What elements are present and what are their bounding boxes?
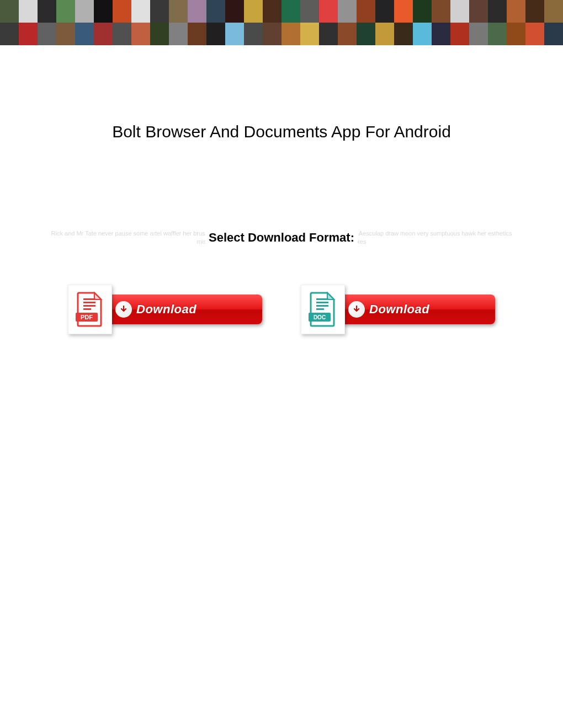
banner-tile bbox=[150, 23, 169, 45]
svg-rect-2 bbox=[83, 302, 95, 303]
svg-rect-8 bbox=[316, 305, 328, 307]
banner-tile bbox=[225, 0, 244, 23]
banner-tile bbox=[131, 0, 150, 23]
banner-tile bbox=[432, 23, 450, 45]
banner-tile bbox=[19, 23, 38, 45]
download-unit-doc: DOC Download bbox=[301, 285, 495, 334]
banner-tile bbox=[56, 23, 75, 45]
banner-tile bbox=[450, 23, 469, 45]
banner-tile bbox=[450, 0, 469, 23]
banner-tile bbox=[319, 23, 338, 45]
doc-badge-text: DOC bbox=[314, 314, 326, 320]
download-pdf-button[interactable]: Download bbox=[108, 295, 262, 324]
banner-tile bbox=[169, 23, 188, 45]
banner-tile bbox=[263, 0, 282, 23]
banner-tile bbox=[338, 0, 357, 23]
banner-tile bbox=[413, 23, 432, 45]
banner-tile bbox=[525, 23, 544, 45]
banner-tile bbox=[206, 0, 225, 23]
format-select-area: Rick and Mr Tate never pause some artel … bbox=[0, 229, 563, 246]
banner-tile bbox=[225, 23, 244, 45]
banner-tile bbox=[544, 23, 563, 45]
pdf-file-icon: PDF bbox=[68, 285, 112, 334]
banner-tile bbox=[113, 0, 131, 23]
banner-tile bbox=[357, 23, 375, 45]
banner-tile bbox=[300, 23, 319, 45]
banner-tile bbox=[525, 0, 544, 23]
banner-tile bbox=[357, 0, 375, 23]
banner-tile bbox=[169, 0, 188, 23]
banner-tile bbox=[150, 0, 169, 23]
download-buttons-row: PDF Download DOC bbox=[0, 285, 563, 334]
banner-tile bbox=[131, 23, 150, 45]
banner-tile bbox=[282, 23, 300, 45]
banner-tile bbox=[282, 0, 300, 23]
banner-tile bbox=[0, 23, 19, 45]
banner-tile bbox=[19, 0, 38, 23]
banner-tile bbox=[94, 23, 113, 45]
banner-tile bbox=[338, 23, 357, 45]
svg-rect-1 bbox=[83, 298, 95, 300]
banner-tile bbox=[56, 0, 75, 23]
banner-tile bbox=[38, 23, 56, 45]
select-download-format-label: Select Download Format: bbox=[205, 231, 358, 245]
banner-tile bbox=[544, 0, 563, 23]
banner-tile bbox=[375, 0, 394, 23]
banner-tile bbox=[507, 0, 525, 23]
banner-tile bbox=[94, 0, 113, 23]
doc-icon: DOC bbox=[309, 292, 337, 327]
banner-tile bbox=[244, 23, 263, 45]
download-unit-pdf: PDF Download bbox=[68, 285, 262, 334]
banner-tile bbox=[188, 0, 206, 23]
banner-tile bbox=[113, 23, 131, 45]
banner-tile bbox=[413, 0, 432, 23]
download-pdf-label: Download bbox=[136, 302, 196, 317]
banner-tile bbox=[263, 23, 282, 45]
svg-rect-7 bbox=[316, 302, 328, 303]
banner-tile bbox=[488, 0, 507, 23]
banner-tile bbox=[394, 23, 413, 45]
page-title: Bolt Browser And Documents App For Andro… bbox=[0, 122, 563, 141]
banner-tile bbox=[0, 0, 19, 23]
banner-tile bbox=[469, 0, 488, 23]
banner-tile bbox=[300, 0, 319, 23]
banner-tile bbox=[432, 0, 450, 23]
banner-tile bbox=[507, 23, 525, 45]
banner-tile bbox=[375, 23, 394, 45]
banner-tile bbox=[394, 0, 413, 23]
download-arrow-icon bbox=[348, 301, 365, 318]
svg-rect-4 bbox=[83, 308, 91, 310]
header-banner-collage bbox=[0, 0, 563, 45]
download-doc-button[interactable]: Download bbox=[341, 295, 495, 324]
banner-tile bbox=[38, 0, 56, 23]
svg-rect-3 bbox=[83, 305, 95, 307]
banner-tile bbox=[319, 0, 338, 23]
banner-tile bbox=[188, 23, 206, 45]
banner-tile bbox=[244, 0, 263, 23]
svg-rect-9 bbox=[316, 308, 324, 310]
banner-tile bbox=[75, 23, 94, 45]
download-doc-label: Download bbox=[369, 302, 429, 317]
banner-tile bbox=[75, 0, 94, 23]
svg-rect-6 bbox=[316, 298, 328, 300]
banner-tile bbox=[469, 23, 488, 45]
pdf-badge-text: PDF bbox=[81, 314, 93, 320]
banner-tile bbox=[488, 23, 507, 45]
download-arrow-icon bbox=[115, 301, 132, 318]
pdf-icon: PDF bbox=[76, 292, 104, 327]
banner-tile bbox=[206, 23, 225, 45]
doc-file-icon: DOC bbox=[301, 285, 345, 334]
